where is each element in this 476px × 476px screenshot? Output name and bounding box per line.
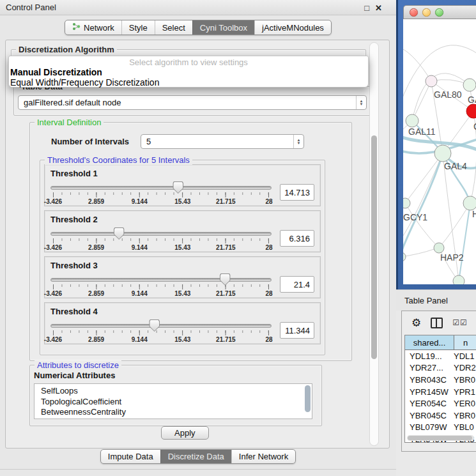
- network-node[interactable]: [463, 79, 476, 91]
- scrollbar-thumb[interactable]: [408, 436, 472, 440]
- table-horizontal-scrollbar[interactable]: [407, 435, 474, 441]
- tab-discretize-data[interactable]: Discretize Data: [160, 450, 231, 463]
- network-node[interactable]: [403, 198, 410, 208]
- slider-ticks: [53, 192, 269, 197]
- tick-label: 21.715: [216, 336, 236, 343]
- combo-stepper[interactable]: ▲ ▼: [356, 96, 366, 109]
- thresholds-group: Threshold's Coordinates for 5 Intervals …: [40, 160, 325, 355]
- threshold-slider[interactable]: -3.4262.8599.14415.4321.71528: [50, 183, 272, 206]
- slider-track[interactable]: [50, 232, 272, 236]
- threshold-value-field[interactable]: 11.344: [280, 322, 314, 339]
- table-row[interactable]: YPR145WYPR1: [405, 386, 476, 398]
- table-row[interactable]: YER054CYER0: [405, 397, 476, 410]
- arrow-down-icon: ▼: [297, 142, 301, 145]
- tick-label: 15.43: [174, 198, 190, 205]
- threshold-value-field[interactable]: 6.316: [280, 230, 314, 247]
- network-edge: [403, 48, 431, 81]
- threshold-value-field[interactable]: 14.713: [280, 184, 314, 201]
- apply-button[interactable]: Apply: [161, 426, 209, 440]
- tab-select[interactable]: Select: [155, 20, 192, 35]
- node-label: GAL11: [408, 127, 436, 137]
- tab-jactivemnodules[interactable]: jActiveMNodules: [254, 20, 331, 35]
- checkbox-icons[interactable]: ☑☑: [452, 318, 468, 327]
- attribute-item[interactable]: TopologicalCoefficient: [41, 397, 312, 408]
- float-window-icon[interactable]: □: [364, 3, 369, 13]
- network-node[interactable]: [463, 196, 476, 210]
- tab-infer-network[interactable]: Infer Network: [231, 450, 295, 463]
- network-node[interactable]: [453, 275, 464, 284]
- table-row[interactable]: YBR043CYBR0: [405, 374, 476, 386]
- algorithm-option[interactable]: Manual Discretization: [9, 67, 368, 77]
- tick-label: 9.144: [132, 244, 148, 251]
- list-scrollbar[interactable]: [305, 385, 311, 412]
- close-icon[interactable]: ✕: [375, 3, 382, 13]
- network-node[interactable]: [434, 243, 444, 253]
- minimize-traffic-light-icon[interactable]: [422, 8, 431, 17]
- settings-scrollbar[interactable]: [369, 42, 379, 446]
- threshold-slider[interactable]: -3.4262.8599.14415.4321.71528: [50, 275, 272, 298]
- node-label: GCY1: [403, 212, 427, 222]
- table-row[interactable]: YBR045CYBR0: [405, 410, 476, 422]
- network-canvas[interactable]: GAL80GACGAL11GAL4GCY1HHAP2: [403, 19, 476, 284]
- tick-label: 21.715: [216, 244, 236, 251]
- gear-icon[interactable]: ⚙: [411, 318, 421, 328]
- network-icon: [72, 22, 81, 33]
- close-traffic-light-icon[interactable]: [410, 8, 418, 17]
- table-cell: YBR045C: [405, 411, 454, 420]
- network-edge: [459, 203, 470, 281]
- threshold-value-field[interactable]: 21.4: [280, 276, 314, 293]
- node-label: H: [472, 209, 476, 219]
- tab-style[interactable]: Style: [121, 20, 155, 35]
- table-cell: YBL079W: [405, 422, 454, 432]
- split-columns-icon[interactable]: [431, 318, 443, 328]
- scrollbar-thumb[interactable]: [371, 135, 377, 359]
- tick-label: 15.43: [174, 290, 190, 297]
- network-node[interactable]: [434, 145, 451, 162]
- network-node[interactable]: [466, 104, 476, 118]
- algorithm-option[interactable]: Equal Width/Frequency Discretization: [9, 77, 368, 88]
- column-header-name[interactable]: n: [454, 335, 476, 349]
- attribute-item[interactable]: SelfLoops: [41, 386, 312, 397]
- network-node[interactable]: [406, 114, 418, 127]
- table-row[interactable]: YDR27...YDR2: [405, 362, 476, 374]
- network-window-titlebar[interactable]: [403, 5, 476, 19]
- table-cell: YER054C: [405, 399, 454, 408]
- attributes-list[interactable]: SelfLoopsTopologicalCoefficientBetweenne…: [34, 383, 312, 419]
- tick-label: 21.715: [216, 290, 236, 297]
- network-node[interactable]: [426, 75, 437, 87]
- tab-impute-data[interactable]: Impute Data: [101, 450, 160, 463]
- threshold-panel: Threshold 2-3.4262.8599.14415.4321.71528…: [44, 210, 321, 252]
- table-panel: ⚙ ☑☑ shared... n YDL19...YDL1YDR27...YDR…: [401, 311, 476, 452]
- column-header-shared-name[interactable]: shared...: [405, 335, 454, 349]
- slider-track[interactable]: [50, 278, 272, 282]
- tick-label: 28: [265, 290, 272, 297]
- spinner-value: 5: [141, 137, 293, 146]
- table-cell: YBR043C: [405, 375, 454, 385]
- node-label: HAP2: [440, 252, 464, 263]
- network-node[interactable]: [403, 252, 406, 261]
- zoom-traffic-light-icon[interactable]: [435, 8, 443, 17]
- num-intervals-spinner[interactable]: 5 ▲ ▼: [141, 134, 304, 149]
- tick-label: 2.859: [88, 290, 104, 297]
- numerical-attributes-label: Numerical Attributes: [34, 371, 115, 380]
- slider-track[interactable]: [50, 324, 272, 328]
- spinner-stepper[interactable]: ▲ ▼: [293, 135, 303, 148]
- table-panel-titlebar[interactable]: Table Panel: [396, 289, 476, 311]
- tab-cyni-toolbox[interactable]: Cyni Toolbox: [192, 20, 254, 35]
- table-data-combobox[interactable]: galFiltered.sif default node ▲ ▼: [18, 95, 367, 110]
- tab-network[interactable]: Network: [65, 20, 121, 35]
- control-panel-titlebar[interactable]: Control Panel □ ✕: [0, 0, 396, 15]
- threshold-slider[interactable]: -3.4262.8599.14415.4321.71528: [50, 229, 272, 252]
- tick-label: -3.426: [44, 244, 62, 251]
- table-row[interactable]: YDL19...YDL1: [405, 350, 476, 362]
- attribute-item[interactable]: BetweennessCentrality: [41, 407, 312, 418]
- threshold-slider[interactable]: -3.4262.8599.14415.4321.71528: [50, 321, 272, 344]
- threshold-label: Threshold 2: [50, 215, 314, 224]
- table-row[interactable]: YBL079WYBL0: [405, 422, 476, 434]
- interval-definition-group: Interval Definition Number of Intervals …: [29, 122, 352, 361]
- network-edge: [405, 203, 439, 248]
- table-cell: YPR145W: [405, 387, 454, 397]
- node-label: C: [473, 121, 476, 132]
- cyni-settings-panel: Discretization Algorithm ▲ ▼ Table Data …: [5, 40, 390, 449]
- slider-track[interactable]: [50, 186, 272, 190]
